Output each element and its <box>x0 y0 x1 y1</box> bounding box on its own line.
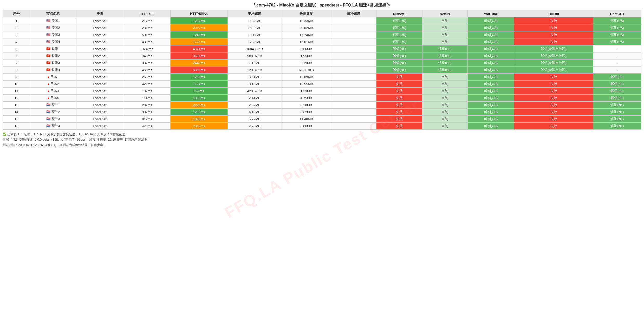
table-row: 8 🇭🇰 香港4 Hysteria2 458ms 5008ms 129.32KB… <box>3 67 641 74</box>
cell-index: 15 <box>3 116 30 123</box>
cell-name: ● 日本1 <box>30 74 76 81</box>
cell-bilibili: 失败 <box>514 109 593 116</box>
cell-bilibili: 失败 <box>514 31 593 38</box>
cell-bilibili: 失败 <box>514 102 593 109</box>
col-header-index: 序号 <box>3 10 30 17</box>
cell-disney: 失败 <box>376 95 422 102</box>
cell-persec <box>331 74 376 81</box>
col-header-type: 类型 <box>76 10 124 17</box>
cell-name: 🇳🇱 荷兰1 <box>30 102 76 109</box>
cell-tls: 458ms <box>124 67 170 74</box>
cell-chatgpt: - <box>593 45 641 52</box>
cell-index: 16 <box>3 123 30 130</box>
cell-disney: 失败 <box>376 88 422 95</box>
cell-youtube: 解锁(US) <box>467 67 514 74</box>
cell-index: 3 <box>3 31 30 38</box>
col-header-persec: 每秒速度 <box>331 10 376 17</box>
cell-https: 2293ms <box>170 102 227 109</box>
cell-type: Hysteria2 <box>76 31 124 38</box>
cell-type: Hysteria2 <box>76 95 124 102</box>
cell-netflix: 解锁(NL) <box>422 52 467 60</box>
cell-https: 1248ms <box>170 31 227 38</box>
table-row: 9 ● 日本1 Hysteria2 266ms 1280ms 3.31MB 12… <box>3 74 641 81</box>
cell-youtube: 解锁(US) <box>467 31 514 38</box>
cell-max: 17.74MB <box>282 31 331 38</box>
cell-bilibili: 解锁(港澳台地区) <box>514 67 593 74</box>
cell-bilibili: 失败 <box>514 95 593 102</box>
cell-index: 5 <box>3 45 30 52</box>
footer-line2: 主端=4.3.3 (696) 喵速=5.0.0-beta4 (⬆东北-辽宁电信 … <box>3 137 641 142</box>
cell-type: Hysteria2 <box>76 123 124 130</box>
cell-disney: 解锁(NL) <box>376 45 422 52</box>
cell-disney: 解锁(US) <box>376 38 422 45</box>
cell-avg: 11.28MB <box>227 17 282 24</box>
cell-youtube: 解锁(US) <box>467 45 514 52</box>
cell-chatgpt: 解锁(NL) <box>593 102 641 109</box>
cell-youtube: 解锁(US) <box>467 74 514 81</box>
cell-tls: 423ms <box>124 123 170 130</box>
col-header-https: HTTPS延迟 <box>170 10 227 17</box>
cell-avg: 5.72MB <box>227 116 282 123</box>
col-header-tls: TLS RTT <box>124 10 170 17</box>
col-header-bilibili: BiliBili <box>514 10 593 17</box>
cell-name: 🇳🇱 荷兰3 <box>30 116 76 123</box>
cell-bilibili: 失败 <box>514 116 593 123</box>
cell-avg: 3.31MB <box>227 74 282 81</box>
cell-bilibili: 解锁(港澳台地区) <box>514 45 593 52</box>
cell-disney: 失败 <box>376 102 422 109</box>
cell-chatgpt: 解锁(US) <box>593 31 641 38</box>
cell-index: 11 <box>3 88 30 95</box>
cell-index: 13 <box>3 102 30 109</box>
table-row: 2 🇺🇸 美国2 Hysteria2 231ms 2057ms 16.82MB … <box>3 24 641 31</box>
cell-type: Hysteria2 <box>76 52 124 60</box>
col-header-avg: 平均速度 <box>227 10 282 17</box>
cell-type: Hysteria2 <box>76 60 124 67</box>
cell-name: 🇺🇸 美国2 <box>30 24 76 31</box>
cell-disney: 解锁(US) <box>376 24 422 31</box>
table-row: 10 ● 日本2 Hysteria2 421ms 1154ms 3.10MB 1… <box>3 81 641 88</box>
cell-persec <box>331 102 376 109</box>
cell-tls: 231ms <box>124 24 170 31</box>
cell-persec <box>331 109 376 116</box>
cell-avg: 423.59KB <box>227 88 282 95</box>
cell-tls: 337ms <box>124 60 170 67</box>
cell-https: 4521ms <box>170 45 227 52</box>
cell-chatgpt: - <box>593 52 641 60</box>
cell-avg: 588.07KB <box>227 52 282 60</box>
cell-tls: 343ms <box>124 52 170 60</box>
cell-https: 1088ms <box>170 95 227 102</box>
cell-https: 2057ms <box>170 24 227 31</box>
cell-https: 5008ms <box>170 67 227 74</box>
cell-https: 1207ms <box>170 17 227 24</box>
cell-avg: 4.10MB <box>227 109 282 116</box>
cell-index: 10 <box>3 81 30 88</box>
cell-tls: 439ms <box>124 38 170 45</box>
cell-netflix: 自制 <box>422 38 467 45</box>
cell-name: ● 日本2 <box>30 81 76 88</box>
cell-persec <box>331 81 376 88</box>
cell-name: 🇺🇸 美国3 <box>30 31 76 38</box>
cell-max: 16.01MB <box>282 38 331 45</box>
cell-persec <box>331 95 376 102</box>
cell-avg: 129.32KB <box>227 67 282 74</box>
cell-chatgpt: 解锁(NL) <box>593 116 641 123</box>
cell-max: 1.33MB <box>282 88 331 95</box>
cell-max: 20.02MB <box>282 24 331 31</box>
cell-max: 4.75MB <box>282 95 331 102</box>
cell-bilibili: 解锁(港澳台地区) <box>514 60 593 67</box>
cell-max: 6.28MB <box>282 102 331 109</box>
cell-tls: 337ms <box>124 109 170 116</box>
cell-max: 11.48MB <box>282 116 331 123</box>
table-row: 13 🇳🇱 荷兰1 Hysteria2 287ms 2293ms 2.62MB … <box>3 102 641 109</box>
cell-chatgpt: - <box>593 60 641 67</box>
cell-https: 2442ms <box>170 60 227 67</box>
cell-disney: 失败 <box>376 74 422 81</box>
cell-persec <box>331 123 376 130</box>
cell-chatgpt: 解锁(US) <box>593 17 641 24</box>
cell-name: 🇭🇰 香港3 <box>30 60 76 67</box>
col-header-disney: Disney+ <box>376 10 422 17</box>
cell-name: ● 日本4 <box>30 95 76 102</box>
cell-avg: 2.75MB <box>227 123 282 130</box>
cell-avg: 10.17MB <box>227 31 282 38</box>
cell-netflix: 自制 <box>422 123 467 130</box>
